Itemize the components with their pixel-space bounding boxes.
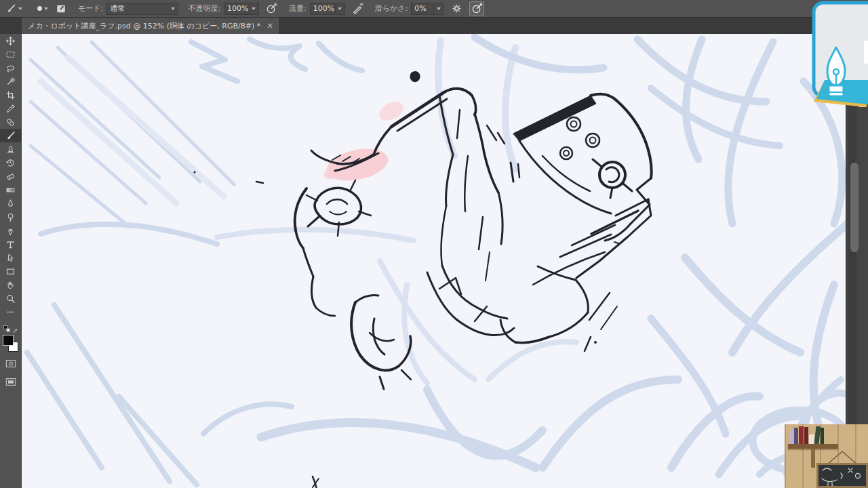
tool-quick-selection[interactable] bbox=[0, 75, 22, 88]
quick-mask-button[interactable] bbox=[5, 358, 16, 371]
tool-brush[interactable] bbox=[0, 129, 22, 142]
hand-icon bbox=[5, 280, 16, 290]
foreground-color-swatch[interactable] bbox=[3, 335, 14, 346]
brush-preset-picker[interactable] bbox=[37, 6, 48, 11]
smoothing-label: 滑らかさ: bbox=[375, 3, 408, 14]
stamp-icon bbox=[5, 144, 16, 155]
tool-smudge[interactable] bbox=[0, 197, 22, 210]
opacity-caret-button[interactable] bbox=[250, 3, 259, 15]
move-icon bbox=[5, 36, 16, 46]
tool-type[interactable] bbox=[0, 237, 22, 251]
document-tab-bar: メカ・ロボット講座_ラフ.psd @ 152% (胴体 のコピー, RGB/8#… bbox=[0, 18, 868, 34]
eraser-icon bbox=[5, 171, 16, 182]
flow-label: 流量: bbox=[289, 3, 307, 14]
brush-icon bbox=[5, 3, 16, 14]
magnifier-icon bbox=[5, 293, 16, 304]
smoothing-caret-button[interactable] bbox=[434, 3, 443, 15]
scrollbar-thumb[interactable] bbox=[850, 163, 859, 252]
vertical-scrollbar[interactable] bbox=[848, 34, 856, 488]
gradient-icon bbox=[5, 185, 16, 195]
blend-mode-value: 通常 bbox=[110, 3, 125, 14]
tool-pen[interactable] bbox=[0, 224, 22, 237]
gear-icon bbox=[452, 3, 462, 14]
type-icon bbox=[5, 239, 16, 249]
flow-value: 100% bbox=[313, 4, 334, 13]
tool-spot-healing-brush[interactable] bbox=[0, 115, 22, 129]
document-tab[interactable]: メカ・ロボット講座_ラフ.psd @ 152% (胴体 のコピー, RGB/8#… bbox=[22, 18, 280, 34]
chevron-down-icon bbox=[338, 7, 342, 10]
brush-tip-preview bbox=[37, 6, 42, 11]
pen-nib-icon bbox=[5, 226, 16, 236]
right-panel bbox=[846, 34, 868, 488]
airbrush-icon bbox=[352, 3, 363, 14]
pressure-size-button[interactable] bbox=[469, 1, 484, 16]
document-title: メカ・ロボット講座_ラフ.psd @ 152% (胴体 のコピー, RGB/8#… bbox=[28, 21, 260, 31]
panel-tab-chip bbox=[859, 102, 867, 107]
flow-input[interactable]: 100% bbox=[310, 3, 336, 15]
brush-icon bbox=[5, 131, 16, 141]
tool-eraser[interactable] bbox=[0, 169, 22, 183]
chalkboard bbox=[816, 463, 868, 488]
chevron-down-icon bbox=[44, 7, 48, 10]
bandage-icon bbox=[5, 117, 16, 127]
tool-move[interactable] bbox=[0, 34, 22, 47]
color-swatches bbox=[0, 333, 22, 354]
chevron-down-icon bbox=[171, 7, 175, 10]
active-tool-indicator[interactable] bbox=[5, 3, 22, 14]
smoothing-options-button[interactable] bbox=[449, 1, 464, 16]
tool-hand[interactable] bbox=[0, 278, 22, 291]
tool-rectangular-marquee[interactable] bbox=[0, 47, 22, 61]
opacity-label: 不透明度: bbox=[188, 3, 220, 14]
tool-dodge[interactable] bbox=[0, 210, 22, 224]
cursor-arrow-icon bbox=[5, 253, 16, 263]
tool-gradient[interactable] bbox=[0, 183, 22, 197]
pen-pressure-size-icon bbox=[471, 3, 483, 14]
tool-palette bbox=[0, 34, 22, 488]
webcam-video bbox=[785, 424, 868, 488]
blend-mode-select[interactable]: 通常 bbox=[106, 3, 178, 15]
flow-caret-button[interactable] bbox=[336, 3, 345, 15]
ellipsis-icon bbox=[5, 307, 16, 317]
sketch-layer bbox=[22, 34, 846, 488]
marquee-icon bbox=[5, 49, 16, 60]
tool-crop[interactable] bbox=[0, 88, 22, 102]
smoothing-value: 0% bbox=[414, 4, 426, 13]
pen-pressure-icon bbox=[266, 3, 277, 14]
eyedropper-icon bbox=[5, 104, 16, 114]
opacity-value: 100% bbox=[227, 4, 248, 13]
mode-label: モード: bbox=[78, 3, 103, 14]
tool-zoom[interactable] bbox=[0, 291, 22, 305]
tool-edit-toolbar[interactable] bbox=[0, 305, 22, 319]
tool-rectangle-shape[interactable] bbox=[0, 264, 22, 278]
canvas[interactable] bbox=[22, 34, 846, 488]
rectangle-icon bbox=[5, 266, 16, 277]
magic-wand-icon bbox=[5, 77, 16, 87]
opacity-input[interactable]: 100% bbox=[224, 3, 250, 15]
lasso-icon bbox=[5, 63, 16, 73]
smudge-finger-icon bbox=[5, 199, 16, 209]
tool-history-brush[interactable] bbox=[0, 156, 22, 169]
tool-lasso[interactable] bbox=[0, 61, 22, 75]
pressure-opacity-button[interactable] bbox=[264, 1, 279, 16]
chevron-down-icon bbox=[252, 7, 256, 10]
tool-eyedropper[interactable] bbox=[0, 102, 22, 115]
history-brush-icon bbox=[5, 158, 16, 168]
toggle-brush-panel-button[interactable] bbox=[54, 1, 68, 16]
brush-panel-icon bbox=[56, 3, 66, 14]
close-tab-icon[interactable]: × bbox=[267, 21, 273, 30]
airbrush-button[interactable] bbox=[351, 1, 366, 16]
tool-path-selection[interactable] bbox=[0, 251, 22, 264]
chevron-down-icon bbox=[437, 7, 441, 10]
options-bar: モード: 通常 不透明度: 100% 流量: 100% 滑らかさ: 0% bbox=[0, 0, 868, 18]
crop-icon bbox=[5, 90, 16, 100]
screen-mode-button[interactable] bbox=[5, 376, 16, 389]
dodge-icon bbox=[5, 212, 16, 222]
color-utility-row bbox=[0, 324, 22, 333]
smoothing-input[interactable]: 0% bbox=[411, 3, 434, 15]
chevron-down-icon bbox=[18, 7, 22, 10]
tool-clone-stamp[interactable] bbox=[0, 142, 22, 156]
